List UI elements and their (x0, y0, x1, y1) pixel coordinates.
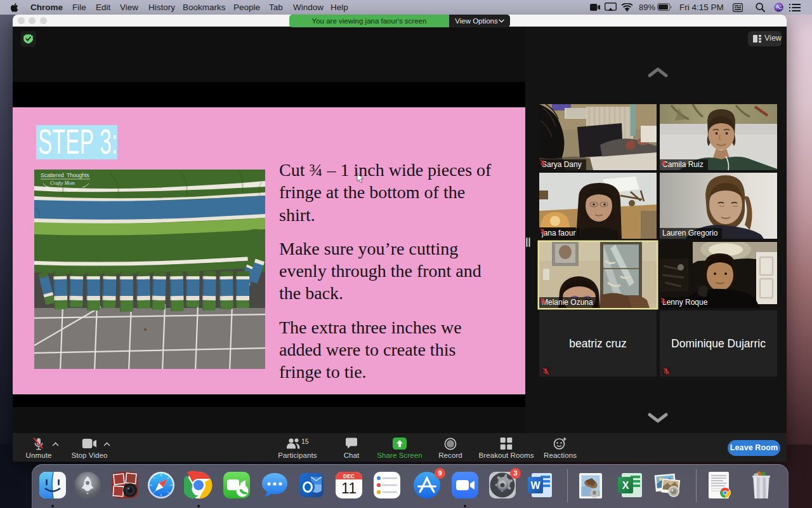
svg-text:Crafty Mom: Crafty Mom (50, 180, 75, 186)
svg-text:15: 15 (301, 438, 309, 445)
svg-text:W: W (530, 480, 540, 491)
svg-text:DEC: DEC (343, 473, 355, 479)
svg-text:11: 11 (341, 480, 357, 497)
svg-text:X: X (622, 480, 629, 491)
svg-text:Scattered Thoughts: Scattered Thoughts (41, 172, 89, 178)
